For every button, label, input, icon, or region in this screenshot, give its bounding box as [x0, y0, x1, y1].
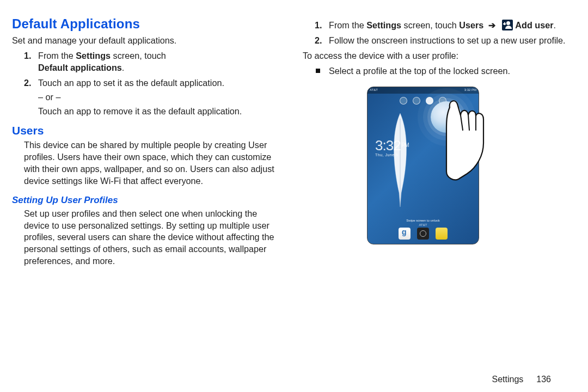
square-bullet-icon	[316, 69, 320, 73]
step-number: 2.	[315, 35, 322, 47]
hand-pointer-icon	[439, 91, 515, 183]
carrier-label: AT&T	[367, 223, 479, 226]
google-app-icon	[399, 228, 411, 240]
feather-icon	[384, 111, 416, 209]
intro-text: Set and manage your default applications…	[12, 35, 282, 47]
right-step-2: 2. Follow the onscreen instructions to s…	[315, 35, 573, 47]
lockscreen-illustration: AT&T 3:32 PM 3:32PM	[367, 87, 509, 250]
camera-app-icon	[417, 228, 429, 240]
right-step-1: 1. From the Settings screen, touch Users…	[315, 20, 573, 32]
left-column: Default Applications Set and manage your…	[12, 16, 282, 372]
or-divider: – or –	[38, 92, 282, 102]
users-body: This device can be shared by multiple pe…	[24, 139, 282, 187]
alt-step: Touch an app to remove it as the default…	[38, 106, 282, 118]
heading-users: Users	[12, 124, 282, 137]
heading-setting-up-user-profiles: Setting Up User Profiles	[12, 195, 282, 206]
step-2: 2. Touch an app to set it as the default…	[24, 77, 282, 89]
footer-page-number: 136	[536, 375, 551, 384]
footer-section: Settings	[492, 375, 523, 384]
app-dock	[367, 228, 479, 240]
profiles-body: Set up user profiles and then select one…	[24, 208, 282, 267]
lockscreen-date: Thu, June 5	[375, 153, 409, 157]
profile-avatar-active	[426, 97, 433, 105]
step-number: 1.	[24, 50, 32, 62]
unlock-hint: Swipe screen to unlock	[367, 219, 479, 222]
bullet-select-profile: Select a profile at the top of the locke…	[315, 65, 573, 77]
add-user-icon	[502, 20, 513, 30]
access-intro: To access the device with a user profile…	[303, 50, 573, 62]
step-number: 2.	[24, 77, 32, 89]
heading-default-applications: Default Applications	[12, 16, 282, 32]
profile-avatar	[413, 97, 420, 105]
step-number: 1.	[315, 20, 322, 32]
profile-avatar	[400, 97, 407, 105]
lockscreen-time: 3:32PM Thu, June 5	[375, 137, 409, 157]
step-1: 1. From the Settings screen, touch Defau…	[24, 50, 282, 74]
page-footer: Settings 136	[12, 375, 573, 384]
note-app-icon	[436, 228, 448, 240]
status-carrier: AT&T	[370, 88, 378, 93]
arrow-icon: ➔	[486, 20, 498, 30]
right-column: 1. From the Settings screen, touch Users…	[303, 16, 573, 372]
